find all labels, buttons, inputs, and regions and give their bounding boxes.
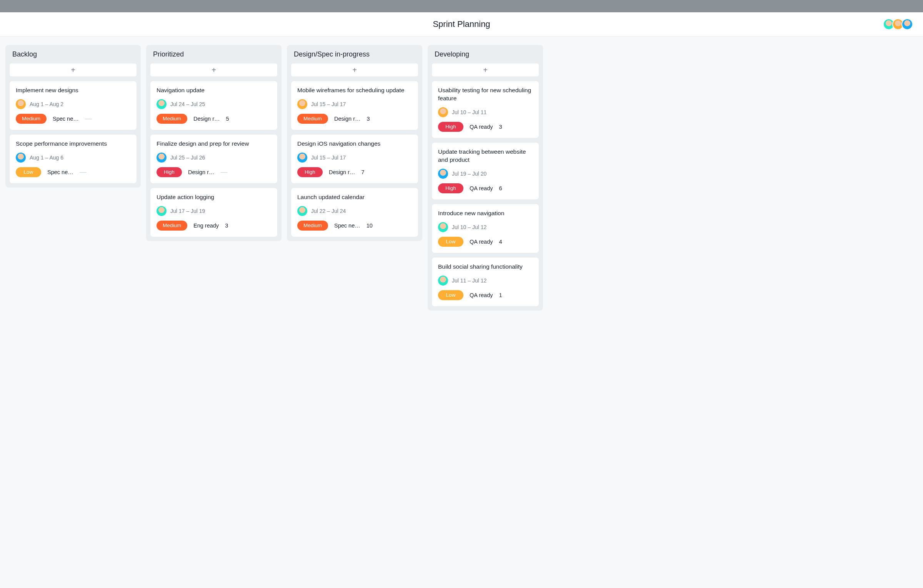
card-title: Navigation update	[157, 86, 271, 95]
card-meta: Aug 1 – Aug 6	[16, 153, 130, 163]
header-avatar-group[interactable]	[885, 18, 913, 30]
task-card[interactable]: Finalize design and prep for reviewJul 2…	[150, 134, 278, 184]
board-column: Design/Spec in-progress+Mobile wireframe…	[287, 45, 422, 241]
card-status: Design r…	[334, 116, 361, 122]
task-card[interactable]: Update action loggingJul 17 – Jul 19Medi…	[150, 188, 278, 237]
card-title: Update action logging	[157, 193, 271, 201]
card-tags: MediumEng ready3	[157, 221, 271, 231]
card-date-range: Jul 25 – Jul 26	[170, 154, 205, 161]
priority-pill[interactable]: Low	[438, 290, 463, 300]
card-date-range: Jul 11 – Jul 12	[452, 277, 486, 284]
card-meta: Jul 10 – Jul 11	[438, 107, 533, 117]
add-card-button[interactable]: +	[9, 63, 137, 77]
task-card[interactable]: Build social sharing functionalityJul 11…	[432, 257, 539, 307]
assignee-avatar[interactable]	[297, 99, 307, 109]
card-subtask-count: 3	[499, 124, 502, 130]
add-card-button[interactable]: +	[291, 63, 418, 77]
card-subtask-count: 7	[362, 169, 365, 175]
assignee-avatar[interactable]	[297, 153, 307, 163]
card-status: Design r…	[329, 169, 355, 175]
card-meta: Jul 17 – Jul 19	[157, 206, 271, 216]
card-meta: Jul 25 – Jul 26	[157, 153, 271, 163]
assignee-avatar[interactable]	[438, 222, 448, 232]
priority-pill[interactable]: High	[438, 122, 463, 132]
priority-pill[interactable]: Low	[16, 167, 41, 177]
priority-pill[interactable]: Low	[438, 237, 463, 247]
task-card[interactable]: Navigation updateJul 24 – Jul 25MediumDe…	[150, 81, 278, 130]
card-date-range: Jul 22 – Jul 24	[311, 208, 346, 214]
card-title: Finalize design and prep for review	[157, 140, 271, 148]
plus-icon: +	[352, 66, 357, 75]
card-tags: HighQA ready6	[438, 183, 533, 193]
card-date-range: Jul 10 – Jul 11	[452, 109, 486, 115]
task-card[interactable]: Introduce new navigationJul 10 – Jul 12L…	[432, 204, 539, 253]
priority-pill[interactable]: High	[157, 167, 182, 177]
assignee-avatar[interactable]	[16, 99, 26, 109]
card-tags: LowQA ready4	[438, 237, 533, 247]
priority-pill[interactable]: Medium	[16, 114, 47, 124]
card-title: Scope performance improvements	[16, 140, 130, 148]
task-card[interactable]: Implement new designsAug 1 – Aug 2Medium…	[9, 81, 137, 130]
card-tags: HighQA ready3	[438, 122, 533, 132]
card-title: Implement new designs	[16, 86, 130, 95]
assignee-avatar[interactable]	[157, 153, 167, 163]
task-card[interactable]: Scope performance improvementsAug 1 – Au…	[9, 134, 137, 184]
task-card[interactable]: Launch updated calendarJul 22 – Jul 24Me…	[291, 188, 418, 237]
card-date-range: Jul 19 – Jul 20	[452, 171, 486, 177]
task-card[interactable]: Design iOS navigation changesJul 15 – Ju…	[291, 134, 418, 184]
card-title: Update tracking between website and prod…	[438, 148, 533, 164]
page-title: Sprint Planning	[433, 19, 490, 29]
assignee-avatar[interactable]	[297, 206, 307, 216]
card-status: QA ready	[470, 239, 493, 245]
add-card-button[interactable]: +	[150, 63, 278, 77]
card-subtask-count: 1	[499, 292, 502, 298]
priority-pill[interactable]: Medium	[157, 221, 187, 231]
card-subtask-count: 4	[499, 239, 502, 245]
board-column: Prioritized+Navigation updateJul 24 – Ju…	[146, 45, 282, 241]
card-subtask-count: —	[221, 168, 227, 176]
column-title: Prioritized	[150, 49, 278, 59]
card-status: QA ready	[470, 292, 493, 298]
card-tags: MediumSpec ne…—	[16, 114, 130, 124]
priority-pill[interactable]: High	[297, 167, 323, 177]
card-date-range: Aug 1 – Aug 6	[30, 154, 63, 161]
card-date-range: Jul 15 – Jul 17	[311, 101, 346, 107]
plus-icon: +	[212, 66, 216, 75]
assignee-avatar[interactable]	[438, 107, 448, 117]
card-tags: HighDesign r…—	[157, 167, 271, 177]
card-status: Spec ne…	[334, 223, 360, 229]
add-card-button[interactable]: +	[432, 63, 539, 77]
plus-icon: +	[71, 66, 75, 75]
card-meta: Jul 15 – Jul 17	[297, 99, 412, 109]
board-column: Backlog+Implement new designsAug 1 – Aug…	[5, 45, 141, 188]
assignee-avatar[interactable]	[438, 169, 448, 179]
card-meta: Jul 15 – Jul 17	[297, 153, 412, 163]
card-meta: Jul 10 – Jul 12	[438, 222, 533, 232]
priority-pill[interactable]: High	[438, 183, 463, 193]
avatar[interactable]	[901, 18, 913, 30]
priority-pill[interactable]: Medium	[157, 114, 187, 124]
card-date-range: Jul 24 – Jul 25	[170, 101, 205, 107]
card-tags: HighDesign r…7	[297, 167, 412, 177]
card-date-range: Jul 17 – Jul 19	[170, 208, 205, 214]
plus-icon: +	[483, 66, 488, 75]
assignee-avatar[interactable]	[16, 153, 26, 163]
task-card[interactable]: Update tracking between website and prod…	[432, 142, 539, 200]
window-chrome-bar	[0, 0, 923, 12]
card-title: Build social sharing functionality	[438, 263, 533, 271]
card-status: Spec ne…	[53, 116, 79, 122]
card-status: Spec ne…	[47, 169, 73, 175]
priority-pill[interactable]: Medium	[297, 114, 328, 124]
assignee-avatar[interactable]	[157, 99, 167, 109]
assignee-avatar[interactable]	[438, 276, 448, 286]
card-meta: Jul 11 – Jul 12	[438, 276, 533, 286]
task-card[interactable]: Mobile wireframes for scheduling updateJ…	[291, 81, 418, 130]
card-subtask-count: 6	[499, 185, 502, 191]
card-tags: LowSpec ne…—	[16, 167, 130, 177]
assignee-avatar[interactable]	[157, 206, 167, 216]
task-card[interactable]: Usability testing for new scheduling fea…	[432, 81, 539, 138]
board-column: Developing+Usability testing for new sch…	[428, 45, 543, 311]
card-title: Design iOS navigation changes	[297, 140, 412, 148]
priority-pill[interactable]: Medium	[297, 221, 328, 231]
card-meta: Jul 22 – Jul 24	[297, 206, 412, 216]
